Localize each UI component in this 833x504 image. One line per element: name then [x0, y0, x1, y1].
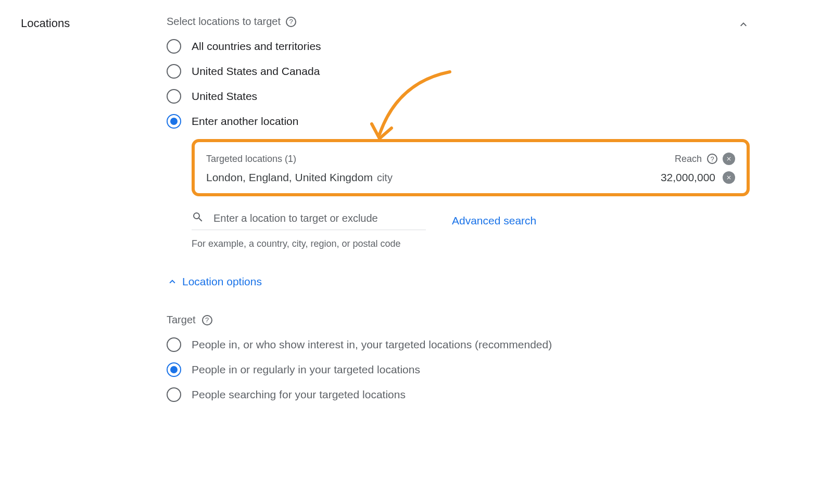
section-label-locations: Locations [21, 16, 167, 30]
radio-icon-selected [167, 362, 181, 377]
search-hint-text: For example, a country, city, region, or… [192, 238, 750, 249]
target-radio-regularly-in[interactable]: People in or regularly in your targeted … [167, 362, 750, 377]
radio-icon [167, 64, 181, 79]
help-icon[interactable]: ? [707, 154, 717, 164]
location-radio-group: All countries and territories United Sta… [167, 39, 750, 129]
location-search-input[interactable] [213, 212, 426, 224]
radio-icon [167, 39, 181, 54]
location-search-field[interactable] [192, 211, 426, 230]
radio-option-enter-another[interactable]: Enter another location [167, 114, 750, 129]
close-icon [726, 156, 732, 162]
close-icon [726, 174, 732, 181]
radio-label: People in or regularly in your targeted … [192, 363, 420, 376]
location-options-label: Location options [182, 275, 262, 288]
targeted-locations-header: Targeted locations (1) [206, 154, 296, 165]
targeted-locations-box: Targeted locations (1) Reach ? London, E… [192, 139, 750, 196]
radio-icon [167, 387, 181, 402]
location-options-toggle[interactable]: Location options [167, 275, 750, 288]
clear-all-button[interactable] [723, 153, 735, 165]
target-header: Target [167, 314, 196, 326]
radio-label: United States [192, 90, 257, 103]
search-icon [192, 211, 204, 225]
help-icon[interactable]: ? [202, 315, 212, 325]
radio-icon-selected [167, 114, 181, 129]
help-icon[interactable]: ? [286, 17, 296, 27]
radio-label: People in, or who show interest in, your… [192, 338, 552, 351]
radio-icon [167, 89, 181, 104]
radio-label: Enter another location [192, 115, 298, 128]
radio-label: All countries and territories [192, 40, 321, 53]
radio-label: People searching for your targeted locat… [192, 388, 406, 401]
remove-location-button[interactable] [723, 171, 735, 184]
radio-option-us-canada[interactable]: United States and Canada [167, 64, 750, 79]
reach-value: 32,000,000 [661, 171, 715, 184]
collapse-section-button[interactable] [737, 18, 750, 33]
chevron-up-icon [737, 18, 750, 31]
chevron-up-icon [167, 276, 178, 287]
location-type: city [377, 172, 393, 184]
select-locations-subheader: Select locations to target ? [167, 16, 750, 28]
radio-option-all-countries[interactable]: All countries and territories [167, 39, 750, 54]
targeted-location-row: London, England, United Kingdom city 32,… [206, 171, 735, 184]
target-radio-interest[interactable]: People in, or who show interest in, your… [167, 337, 750, 352]
advanced-search-link[interactable]: Advanced search [452, 215, 536, 227]
reach-label: Reach [675, 154, 702, 165]
subheader-text: Select locations to target [167, 16, 281, 28]
location-name: London, England, United Kingdom [206, 171, 373, 184]
radio-icon [167, 337, 181, 352]
radio-label: United States and Canada [192, 65, 320, 78]
radio-option-us[interactable]: United States [167, 89, 750, 104]
target-radio-searching-for[interactable]: People searching for your targeted locat… [167, 387, 750, 402]
